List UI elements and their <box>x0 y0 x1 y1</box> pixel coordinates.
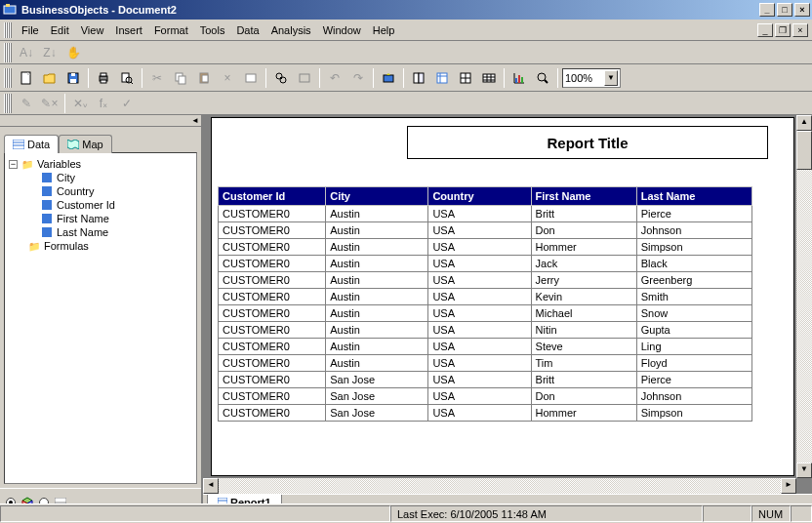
table-cell[interactable]: Black <box>636 256 751 272</box>
delete-button[interactable]: × <box>217 67 238 89</box>
redo-button[interactable]: ↷ <box>347 67 369 89</box>
collapse-icon[interactable]: − <box>9 160 18 169</box>
table-row[interactable]: CUSTOMER0AustinUSAJerryGreenberg <box>219 272 752 289</box>
table-cell[interactable]: USA <box>428 388 531 405</box>
table-cell[interactable]: Austin <box>326 339 428 355</box>
table-cell[interactable]: Austin <box>326 239 428 256</box>
close-button[interactable]: × <box>794 3 810 17</box>
edit-query-button[interactable] <box>408 67 429 89</box>
report-page[interactable]: Report Title Customer IdCityCountryFirst… <box>211 117 794 476</box>
table-cell[interactable]: USA <box>428 272 531 289</box>
zoom-button[interactable] <box>532 67 553 89</box>
tree-variable-item[interactable]: Country <box>9 184 192 198</box>
table-cell[interactable]: CUSTOMER0 <box>219 405 326 422</box>
menu-view[interactable]: View <box>75 22 110 38</box>
table-cell[interactable]: Nitin <box>531 322 636 339</box>
table-cell[interactable]: Britt <box>531 372 636 388</box>
table-cell[interactable]: USA <box>428 256 531 272</box>
table-cell[interactable]: Britt <box>531 206 636 222</box>
save-button[interactable] <box>62 67 84 89</box>
minimize-button[interactable]: _ <box>759 3 775 17</box>
scroll-left-button[interactable]: ◄ <box>203 478 219 494</box>
table-cell[interactable]: CUSTOMER0 <box>219 289 326 305</box>
tab-data[interactable]: Data <box>4 135 59 153</box>
sort-asc-button[interactable]: A↓ <box>16 42 37 63</box>
print-preview-button[interactable] <box>116 67 138 89</box>
cut-button[interactable]: ✂ <box>146 67 168 89</box>
report-title[interactable]: Report Title <box>407 126 768 159</box>
scroll-up-button[interactable]: ▲ <box>796 115 812 131</box>
table-cell[interactable]: CUSTOMER0 <box>219 222 326 239</box>
menu-analysis[interactable]: Analysis <box>265 22 317 38</box>
insert-chart-button[interactable] <box>508 67 530 89</box>
table-cell[interactable]: Smith <box>636 289 751 305</box>
table-cell[interactable]: USA <box>428 239 531 256</box>
table-cell[interactable]: Michael <box>531 305 636 322</box>
tree-variable-item[interactable]: Customer Id <box>9 198 192 212</box>
table-cell[interactable]: CUSTOMER0 <box>219 256 326 272</box>
dropdown-icon[interactable]: ▼ <box>604 70 618 86</box>
table-row[interactable]: CUSTOMER0AustinUSANitinGupta <box>219 322 752 339</box>
table-row[interactable]: CUSTOMER0AustinUSAKevinSmith <box>219 289 752 305</box>
table-cell[interactable]: Austin <box>326 305 428 322</box>
column-header[interactable]: City <box>326 187 428 206</box>
scroll-track[interactable] <box>796 170 812 463</box>
open-button[interactable] <box>39 67 61 89</box>
table-cell[interactable]: Hommer <box>531 239 636 256</box>
table-cell[interactable]: Austin <box>326 355 428 372</box>
table-cell[interactable]: CUSTOMER0 <box>219 272 326 289</box>
collapse-sidebar-button[interactable]: ◄ <box>191 116 199 125</box>
horizontal-scrollbar[interactable]: ◄ ► <box>203 478 796 494</box>
copy-button[interactable] <box>170 67 191 89</box>
mdi-close-button[interactable]: × <box>792 23 808 37</box>
table-cell[interactable]: CUSTOMER0 <box>219 355 326 372</box>
sort-desc-button[interactable]: Z↓ <box>39 42 61 63</box>
tree-variables-node[interactable]: − 📁 Variables <box>9 157 192 171</box>
tab-map[interactable]: Map <box>59 135 111 153</box>
table-cell[interactable]: Austin <box>326 222 428 239</box>
menu-file[interactable]: File <box>16 22 45 38</box>
table-cell[interactable]: San Jose <box>326 388 428 405</box>
maximize-button[interactable]: □ <box>777 3 792 17</box>
table-row[interactable]: CUSTOMER0AustinUSATimFloyd <box>219 355 752 372</box>
table-cell[interactable]: CUSTOMER0 <box>219 339 326 355</box>
tree-panel[interactable]: − 📁 Variables CityCountryCustomer IdFirs… <box>4 152 197 484</box>
zoom-combo[interactable]: 100% ▼ <box>562 68 621 88</box>
table-cell[interactable]: Pierce <box>636 206 751 222</box>
table-cell[interactable]: Tim <box>531 355 636 372</box>
data-table[interactable]: Customer IdCityCountryFirst NameLast Nam… <box>218 186 752 422</box>
table-cell[interactable]: CUSTOMER0 <box>219 305 326 322</box>
function-button[interactable]: fₓ <box>93 93 114 114</box>
table-cell[interactable]: Hommer <box>531 405 636 422</box>
table-row[interactable]: CUSTOMER0AustinUSADonJohnson <box>219 222 752 239</box>
menu-tools[interactable]: Tools <box>194 22 231 38</box>
menu-data[interactable]: Data <box>230 22 264 38</box>
undo-button[interactable]: ↶ <box>324 67 345 89</box>
table-cell[interactable]: Greenberg <box>636 272 751 289</box>
column-header[interactable]: Last Name <box>636 187 751 206</box>
tree-variable-item[interactable]: City <box>9 171 192 184</box>
table-cell[interactable]: USA <box>428 339 531 355</box>
hand-tool-button[interactable]: ✋ <box>62 42 84 63</box>
table-cell[interactable]: USA <box>428 405 531 422</box>
tree-variable-item[interactable]: First Name <box>9 212 192 225</box>
table-cell[interactable]: Kevin <box>531 289 636 305</box>
vertical-scrollbar[interactable]: ▲ ▼ <box>796 115 812 478</box>
tree-variable-item[interactable]: Last Name <box>9 225 192 239</box>
table-cell[interactable]: Simpson <box>636 405 751 422</box>
table-cell[interactable]: Johnson <box>636 222 751 239</box>
table-cell[interactable]: Austin <box>326 256 428 272</box>
table-cell[interactable]: USA <box>428 305 531 322</box>
print-button[interactable] <box>93 67 114 89</box>
table-cell[interactable]: USA <box>428 355 531 372</box>
scroll-down-button[interactable]: ▼ <box>796 463 812 478</box>
table-cell[interactable]: Gupta <box>636 322 751 339</box>
find-button[interactable] <box>270 67 292 89</box>
table-cell[interactable]: Austin <box>326 289 428 305</box>
edit-formula-button[interactable]: ✎ <box>16 93 37 114</box>
refresh-data-button[interactable] <box>378 67 399 89</box>
clear-formula-button[interactable]: ✎× <box>39 93 61 114</box>
validate-button[interactable]: ✓ <box>116 93 138 114</box>
table-cell[interactable]: Austin <box>326 272 428 289</box>
table-cell[interactable]: Simpson <box>636 239 751 256</box>
